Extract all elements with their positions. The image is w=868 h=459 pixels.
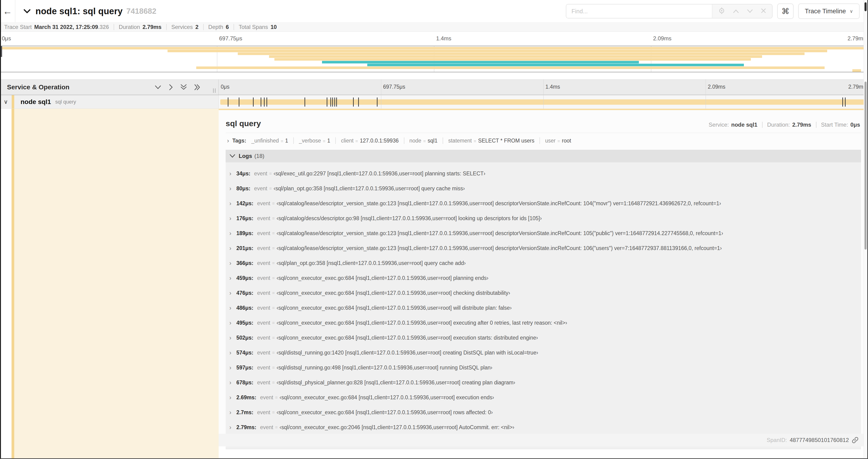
log-marker-tick[interactable] — [336, 97, 337, 107]
log-marker-tick[interactable] — [228, 97, 228, 107]
log-expand-chevron-icon[interactable]: › — [229, 215, 236, 222]
log-entry-row[interactable]: › 34μs: event = ‹sql/exec_util.go:2297 [… — [229, 166, 861, 181]
log-expand-chevron-icon[interactable]: › — [229, 409, 236, 416]
trace-bar-value: 6 — [226, 24, 229, 30]
scrollbar-thumb-top[interactable] — [865, 2, 867, 11]
log-expand-chevron-icon[interactable]: › — [229, 185, 236, 192]
log-marker-tick[interactable] — [267, 97, 267, 107]
log-marker-tick[interactable] — [331, 97, 331, 107]
log-expand-chevron-icon[interactable]: › — [229, 305, 236, 312]
log-message: ‹sql/conn_executor_exec.go:684 [nsql1,cl… — [277, 320, 567, 326]
log-marker-tick[interactable] — [358, 97, 359, 107]
log-entry-row[interactable]: › 2.69ms: event = ‹sql/conn_executor_exe… — [229, 390, 861, 405]
minimap-span-bar — [367, 64, 744, 66]
tags-row[interactable]: › Tags: _unfinished=1_verbose=1client=12… — [226, 134, 861, 147]
deep-link-icon[interactable] — [852, 437, 859, 444]
log-marker-tick[interactable] — [377, 97, 377, 107]
service-operation-header: Service & Operation — [0, 79, 219, 95]
log-marker-tick[interactable] — [353, 97, 354, 107]
log-entry-row[interactable]: › 2.7ms: event = ‹sql/conn_executor_exec… — [229, 405, 861, 420]
ruler-tick-label: 697.75μs — [381, 84, 405, 90]
log-entry-row[interactable]: › 597μs: event = ‹sql/distsql_running.go… — [229, 360, 861, 375]
span-row-timeline-cell[interactable] — [219, 95, 868, 109]
tag-value: 1 — [285, 138, 288, 144]
next-match-icon[interactable] — [747, 8, 753, 14]
log-entry-row[interactable]: › 459μs: event = ‹sql/conn_executor_exec… — [229, 270, 861, 286]
log-entry-row[interactable]: › 574μs: event = ‹sql/distsql_running.go… — [229, 345, 861, 360]
clear-find-icon[interactable] — [761, 8, 766, 14]
expand-all-icon[interactable] — [194, 84, 201, 91]
log-marker-tick[interactable] — [842, 97, 843, 107]
log-entry-row[interactable]: › 80μs: event = ‹sql/plan_opt.go:358 [ns… — [229, 181, 861, 196]
expand-one-icon[interactable] — [168, 84, 173, 91]
tag-equals: = — [355, 138, 358, 144]
logs-list: › 34μs: event = ‹sql/exec_util.go:2297 [… — [226, 162, 861, 435]
log-expand-chevron-icon[interactable]: › — [229, 394, 236, 401]
log-marker-tick[interactable] — [327, 97, 328, 107]
log-expand-chevron-icon[interactable]: › — [229, 275, 236, 282]
span-duration-bar[interactable] — [220, 99, 866, 105]
log-marker-tick[interactable] — [845, 97, 846, 107]
collapse-all-icon[interactable] — [180, 84, 187, 91]
focus-match-icon[interactable] — [718, 7, 725, 15]
log-entry-row[interactable]: › 142μs: event = ‹sql/catalog/lease/desc… — [229, 196, 861, 211]
log-expand-chevron-icon[interactable]: › — [229, 320, 236, 326]
log-marker-tick[interactable] — [264, 97, 265, 107]
log-expand-chevron-icon[interactable]: › — [229, 230, 236, 237]
detail-span-title: sql query — [226, 119, 261, 128]
column-resize-grip[interactable] — [213, 88, 216, 93]
log-expand-chevron-icon[interactable]: › — [229, 260, 236, 267]
log-entry-row[interactable]: › 176μs: event = ‹sql/catalog/descs/desc… — [229, 211, 861, 226]
log-entry-row[interactable]: › 495μs: event = ‹sql/conn_executor_exec… — [229, 315, 861, 330]
vertical-scrollbar[interactable] — [864, 0, 867, 459]
trace-bar-label: Depth — [208, 24, 223, 30]
log-marker-tick[interactable] — [253, 97, 254, 107]
span-row[interactable]: ∨ node sql1 sql query — [0, 95, 868, 109]
log-expand-chevron-icon[interactable]: › — [229, 349, 236, 356]
span-collapse-chevron-icon[interactable]: ∨ — [0, 98, 12, 105]
log-entry-row[interactable]: › 366μs: event = ‹sql/plan_opt.go:358 [n… — [229, 256, 861, 270]
tag-value: root — [562, 138, 571, 144]
scrollbar-thumb[interactable] — [865, 81, 867, 250]
tag-value: sql1 — [428, 138, 437, 144]
ruler-tick-label: 0μs — [219, 84, 229, 90]
log-entry-row[interactable]: › 678μs: event = ‹sql/distsql_physical_p… — [229, 375, 861, 390]
prev-match-icon[interactable] — [733, 8, 739, 14]
log-entry-row[interactable]: › 2.79ms: event = ‹sql/conn_executor_exe… — [229, 420, 861, 435]
log-marker-tick[interactable] — [305, 97, 305, 107]
log-entry-row[interactable]: › 502μs: event = ‹sql/conn_executor_exec… — [229, 330, 861, 345]
log-expand-chevron-icon[interactable]: › — [229, 424, 236, 431]
log-entry-row[interactable]: › 201μs: event = ‹sql/catalog/lease/desc… — [229, 241, 861, 256]
trace-view-selector[interactable]: Trace Timeline ∨ — [798, 3, 860, 19]
log-equals: = — [272, 365, 275, 370]
logs-header[interactable]: Logs (18) — [226, 150, 861, 162]
log-expand-chevron-icon[interactable]: › — [229, 364, 236, 371]
log-marker-tick[interactable] — [332, 97, 333, 107]
span-row-name-cell[interactable]: ∨ node sql1 sql query — [0, 95, 219, 109]
log-marker-tick[interactable] — [334, 97, 335, 107]
log-marker-tick[interactable] — [260, 97, 261, 107]
tags-expand-chevron-icon[interactable]: › — [227, 137, 229, 144]
log-expand-chevron-icon[interactable]: › — [229, 200, 236, 207]
collapse-trace-chevron-icon[interactable] — [23, 9, 31, 14]
collapse-one-icon[interactable] — [154, 85, 161, 90]
log-expand-chevron-icon[interactable]: › — [229, 334, 236, 341]
log-entry-row[interactable]: › 189μs: event = ‹sql/catalog/lease/desc… — [229, 226, 861, 241]
logs-title: Logs — [239, 153, 252, 159]
keyboard-shortcuts-button[interactable]: ⌘ — [777, 3, 794, 19]
log-expand-chevron-icon[interactable]: › — [229, 290, 236, 296]
back-button[interactable]: ← — [0, 0, 16, 22]
minimap-canvas[interactable] — [0, 46, 868, 72]
log-entry-row[interactable]: › 476μs: event = ‹sql/conn_executor_exec… — [229, 286, 861, 300]
log-entry-row[interactable]: › 486μs: event = ‹sql/conn_executor_exec… — [229, 300, 861, 315]
log-expand-chevron-icon[interactable]: › — [229, 379, 236, 386]
tag-key: _verbose — [299, 138, 321, 144]
timeline-collapse-controls — [154, 79, 201, 95]
log-expand-chevron-icon[interactable]: › — [229, 170, 236, 177]
minimap-tick-label: 0μs — [2, 35, 11, 42]
log-marker-tick[interactable] — [239, 97, 239, 107]
log-expand-chevron-icon[interactable]: › — [229, 245, 236, 252]
minimap-tick-label: 697.75μs — [219, 35, 242, 42]
log-field-key: event — [257, 350, 270, 356]
find-input[interactable] — [566, 4, 712, 18]
